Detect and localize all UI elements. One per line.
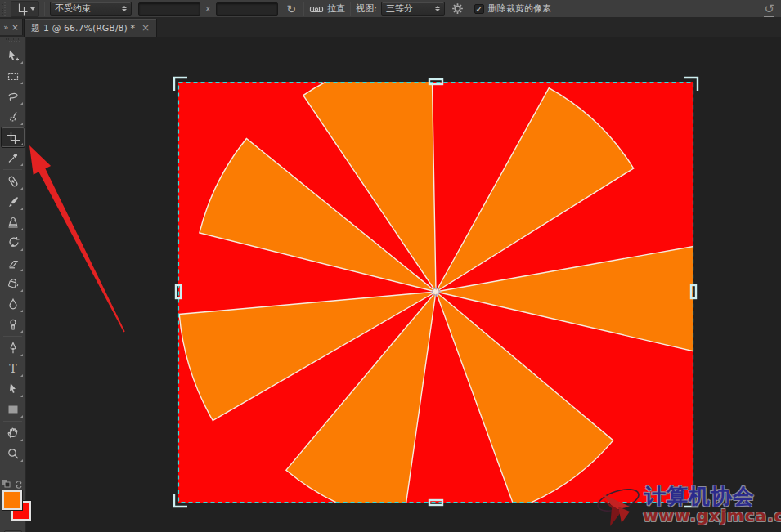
select-arrows-icon: [122, 6, 127, 11]
tool-zoom[interactable]: [2, 444, 25, 463]
svg-text:T: T: [9, 362, 17, 375]
tool-blur[interactable]: [2, 294, 25, 314]
tool-preset-caret-icon: [30, 7, 35, 11]
tool-brush[interactable]: [2, 192, 25, 212]
straighten-button[interactable]: 拉直: [327, 2, 345, 15]
view-label: 视图:: [356, 2, 377, 15]
select-arrows-icon: [435, 6, 440, 11]
toolbox-grip[interactable]: [6, 38, 20, 44]
separator: [469, 2, 469, 16]
tool-type[interactable]: T: [2, 359, 25, 378]
tool-dodge[interactable]: [2, 315, 25, 334]
tool-crop[interactable]: [2, 127, 25, 147]
watermark-url: www.gxjmca.com: [643, 506, 781, 525]
swap-colors-icon: [16, 481, 21, 489]
straighten-icon[interactable]: [309, 3, 324, 15]
watermark: 计算机协会 www.gxjmca.com: [594, 481, 781, 532]
toolbox-separator: [3, 169, 22, 170]
tool-quick-selection[interactable]: [2, 107, 25, 127]
crop-ratio-value: 不受约束: [55, 2, 91, 15]
collapsed-panel-chip[interactable]: » ×: [0, 19, 23, 35]
foreground-color-swatch[interactable]: [2, 490, 22, 510]
tool-pen[interactable]: [2, 338, 25, 358]
tool-paint-bucket[interactable]: [2, 274, 25, 293]
document-tab[interactable]: 题-1 @ 66.7%(RGB/8) * ×: [24, 19, 157, 37]
current-tool-button[interactable]: [11, 1, 39, 17]
delete-cropped-pixels-label: 删除裁剪的像素: [488, 2, 551, 15]
dimension-separator: x: [205, 3, 211, 14]
options-bar-grip[interactable]: [2, 2, 7, 16]
expand-panel-icon[interactable]: »: [3, 23, 8, 32]
tool-rectangle-shape[interactable]: [2, 400, 25, 419]
separator: [350, 2, 351, 16]
close-panel-icon[interactable]: ×: [11, 23, 18, 32]
tool-clone-stamp[interactable]: [2, 212, 25, 232]
crop-height-input[interactable]: [216, 2, 278, 16]
toolbox-separator: [3, 336, 22, 337]
crop-ratio-select[interactable]: 不受约束: [50, 2, 132, 16]
overlay-view-select[interactable]: 三等分: [381, 2, 445, 16]
close-document-icon[interactable]: ×: [141, 22, 150, 34]
document-title: 题-1 @ 66.7%(RGB/8) *: [31, 22, 135, 34]
tool-history-brush[interactable]: [2, 233, 25, 253]
color-swatches: [2, 490, 26, 528]
tool-lasso[interactable]: [2, 87, 25, 106]
crop-settings-gear-icon[interactable]: [451, 2, 464, 15]
tool-spot-healing-brush[interactable]: [2, 172, 25, 191]
crop-options-bar: 不受约束 x ↻ 拉直 视图: 三等分 ✓ 删除裁剪的像素 ↺: [0, 0, 781, 18]
watermark-logo: [594, 482, 644, 530]
crop-width-input[interactable]: [138, 2, 200, 16]
toolbox-separator: [3, 421, 22, 422]
separator: [44, 2, 45, 16]
overlay-view-value: 三等分: [386, 2, 413, 15]
tool-eraser[interactable]: [2, 253, 25, 273]
annotation-arrow-shape: [29, 145, 125, 332]
tool-move[interactable]: [2, 46, 25, 65]
tool-hand[interactable]: [2, 423, 25, 443]
document-tab-bar: » × 题-1 @ 66.7%(RGB/8) * ×: [0, 18, 781, 37]
default-colors-and-swap[interactable]: [2, 478, 25, 490]
crop-icon: [15, 2, 28, 16]
delete-cropped-pixels-checkbox[interactable]: ✓: [474, 4, 484, 14]
document-canvas[interactable]: [172, 75, 700, 509]
reset-tool-icon[interactable]: ↺: [764, 2, 774, 16]
swap-dimensions-icon[interactable]: ↻: [285, 3, 299, 15]
separator: [303, 2, 304, 16]
default-colors-icon: [2, 480, 10, 487]
toolbox: T: [0, 37, 26, 532]
tool-rectangular-marquee[interactable]: [2, 66, 25, 86]
tool-path-selection[interactable]: [2, 379, 25, 399]
tool-eyedropper[interactable]: [2, 148, 25, 168]
